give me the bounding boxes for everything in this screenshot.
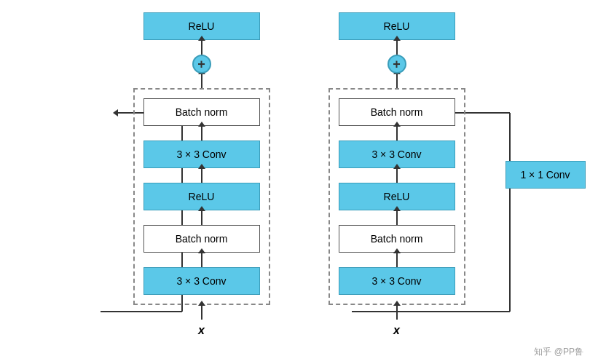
arrow-6 <box>201 253 202 267</box>
arrow-5 <box>201 210 202 225</box>
diagrams-wrapper: ReLU + Batch norm 3 × 3 Conv ReLU <box>104 0 495 364</box>
batch-norm-3-label: Batch norm <box>371 233 423 245</box>
conv1x1-block: 1 × 1 Conv <box>505 161 586 189</box>
relu-mid-label: ReLU <box>189 191 215 202</box>
arrow-7 <box>201 305 202 320</box>
watermark-text: 知乎 @PP鲁 <box>534 346 583 358</box>
relu-mid2-label: ReLU <box>384 191 410 202</box>
diagram1-top: ReLU + Batch norm 3 × 3 Conv ReLU <box>133 12 270 337</box>
main-container: ReLU + Batch norm 3 × 3 Conv ReLU <box>0 0 598 364</box>
arrow-12 <box>396 210 398 225</box>
conv3-block: 3 × 3 Conv <box>339 267 455 295</box>
batch-norm-4-label: Batch norm <box>371 106 423 118</box>
diagram2-x-label: x <box>393 324 400 337</box>
conv4-label: 3 × 3 Conv <box>371 149 421 160</box>
conv3-label: 3 × 3 Conv <box>371 275 421 287</box>
arrow-11 <box>396 168 398 183</box>
arrow-13 <box>396 253 398 267</box>
plus-circle-2: + <box>387 55 406 74</box>
diagram1-wrapper: ReLU + Batch norm 3 × 3 Conv ReLU <box>133 12 270 337</box>
relu-top-label-1: ReLU <box>189 20 215 32</box>
plus-circle-1: + <box>192 55 211 74</box>
conv1-block: 3 × 3 Conv <box>143 267 260 295</box>
batch-norm-2-label: Batch norm <box>176 106 228 118</box>
diagram2-wrapper: ReLU + Batch norm 3 × 3 Conv ReLU <box>328 12 465 337</box>
diagram1-x-label: x <box>198 324 205 337</box>
arrow-9 <box>396 74 398 88</box>
dashed-box-1: Batch norm 3 × 3 Conv ReLU Batch norm <box>133 88 270 305</box>
arrow-2 <box>201 74 202 88</box>
arrow-10 <box>396 126 398 141</box>
conv1x1-label: 1 × 1 Conv <box>520 169 570 181</box>
batch-norm-1-label: Batch norm <box>176 233 228 245</box>
arrow-1 <box>201 40 202 55</box>
relu-top-label-2: ReLU <box>384 20 410 32</box>
conv1-label: 3 × 3 Conv <box>176 275 226 287</box>
dashed-box-2: Batch norm 3 × 3 Conv ReLU Batch norm <box>328 88 465 305</box>
arrow-4 <box>201 168 202 183</box>
conv1x1-container: 1 × 1 Conv <box>505 161 586 189</box>
arrow-14 <box>396 305 398 320</box>
arrow-3 <box>201 126 202 141</box>
arrow-8 <box>396 40 398 55</box>
diagram2-stack: ReLU + Batch norm 3 × 3 Conv ReLU <box>328 12 465 337</box>
conv2-label: 3 × 3 Conv <box>176 149 226 160</box>
